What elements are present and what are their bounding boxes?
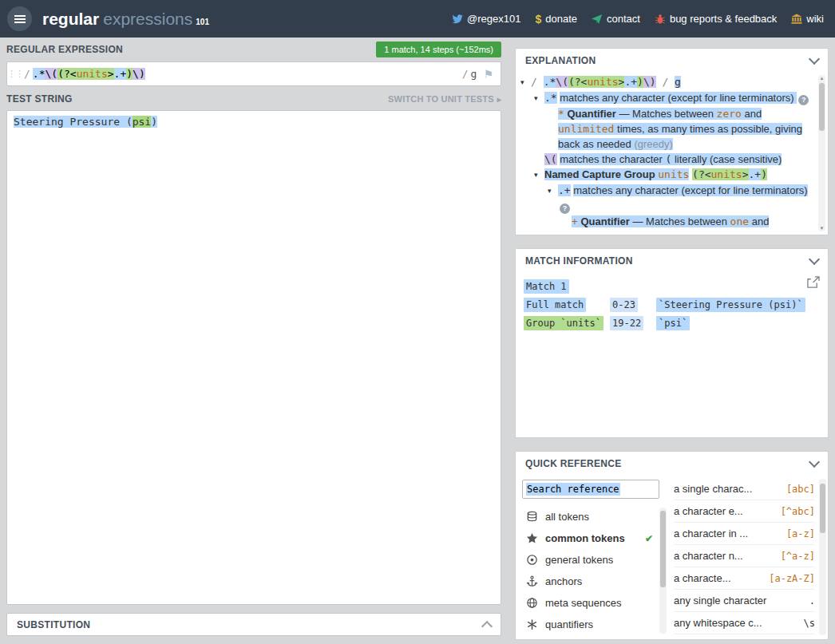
scrollbar-thumb[interactable] bbox=[820, 484, 825, 533]
match-chip: `psi` bbox=[656, 316, 690, 330]
drag-handle-icon[interactable]: ⋮⋮ bbox=[7, 69, 22, 79]
help-icon[interactable]: ? bbox=[560, 203, 570, 214]
category-label: anchors bbox=[545, 575, 582, 587]
nav-item-twitter[interactable]: @regex101 bbox=[452, 13, 520, 25]
category-label: meta sequences bbox=[545, 597, 621, 609]
stack-icon bbox=[525, 511, 538, 523]
match-chip: Group `units` bbox=[524, 316, 603, 330]
token: units bbox=[658, 168, 689, 180]
reference-token-row[interactable]: a character n...[^a-z] bbox=[674, 545, 815, 567]
match-row: Match 1 bbox=[524, 279, 820, 294]
nav-item-dollar[interactable]: $donate bbox=[535, 13, 577, 26]
regex-input[interactable]: ⋮⋮ / .*\((?<units>.+)\) / g ⚑ bbox=[6, 61, 501, 86]
token: .+ bbox=[749, 168, 762, 180]
scrollbar-thumb[interactable] bbox=[819, 83, 825, 131]
reference-token-row[interactable]: any whitespace c...\s bbox=[674, 612, 815, 634]
reference-token-row[interactable]: any single character. bbox=[674, 590, 815, 612]
nav-item-bank[interactable]: wiki bbox=[791, 13, 824, 25]
collapse-arrow-icon[interactable]: ▾ bbox=[520, 75, 531, 90]
chevron-up-icon[interactable] bbox=[481, 620, 493, 631]
scroll-up-icon[interactable]: ▲ bbox=[818, 76, 825, 81]
explanation-line: \( matches the character ( literally (ca… bbox=[516, 152, 815, 167]
match-row: Full match0-23`Steering Pressure (psi)` bbox=[524, 298, 820, 312]
token: g bbox=[675, 76, 681, 88]
nav-label: donate bbox=[545, 13, 577, 25]
category-label: common tokens bbox=[545, 532, 625, 544]
chevron-down-icon[interactable] bbox=[809, 53, 820, 65]
logo[interactable]: regular expressions 101 bbox=[42, 10, 209, 29]
token: + bbox=[572, 215, 578, 227]
menu-button[interactable] bbox=[7, 6, 32, 31]
substitution-bar[interactable]: SUBSTITUTION bbox=[6, 613, 501, 636]
token: .+ bbox=[624, 76, 637, 88]
reference-categories: all tokenscommon tokens✔general tokensan… bbox=[522, 506, 655, 635]
regex-pattern[interactable]: .*\((?<units>.+)\) bbox=[33, 68, 145, 80]
reference-token-row[interactable]: a character in ...[a-z] bbox=[674, 523, 815, 545]
explanation-header: EXPLANATION bbox=[516, 49, 828, 73]
nav-item-plane[interactable]: contact bbox=[592, 13, 640, 25]
category-label: quantifiers bbox=[545, 618, 593, 630]
switch-to-unit-tests-link[interactable]: SWITCH TO UNIT TESTS ▸ bbox=[388, 94, 501, 104]
flag-icon[interactable]: ⚑ bbox=[483, 68, 493, 81]
match-rows: Match 1Full match0-23`Steering Pressure … bbox=[516, 273, 828, 341]
chevron-down-icon[interactable] bbox=[809, 254, 820, 265]
category-meta-sequences[interactable]: meta sequences bbox=[522, 592, 655, 614]
explanation-line: * Quantifier — Matches between zero and … bbox=[516, 106, 815, 152]
category-all-tokens[interactable]: all tokens bbox=[522, 506, 655, 527]
token: \) bbox=[643, 76, 656, 88]
search-input[interactable]: Search reference bbox=[522, 480, 659, 499]
token: > bbox=[742, 168, 749, 180]
category-quantifiers[interactable]: quantifiers bbox=[522, 614, 655, 635]
token: and bbox=[749, 215, 769, 227]
collapse-arrow-icon[interactable]: ▾ bbox=[548, 184, 558, 199]
token-code: [a-z] bbox=[786, 528, 815, 539]
token: \( bbox=[556, 76, 568, 88]
category-anchors[interactable]: anchors bbox=[522, 571, 655, 592]
categories-scrollbar[interactable] bbox=[659, 508, 667, 634]
reference-token-row[interactable]: a single charac...[abc] bbox=[674, 478, 815, 500]
token-label: a character e... bbox=[674, 505, 776, 517]
chevron-down-icon[interactable] bbox=[809, 456, 820, 468]
target-icon bbox=[525, 554, 538, 566]
token: — Matches between bbox=[630, 215, 730, 227]
quick-reference-body: Search reference all tokenscommon tokens… bbox=[516, 476, 828, 638]
token: Steering Pressure ( bbox=[14, 116, 133, 128]
reference-tokens: a single charac...[abc]a character e...[… bbox=[674, 478, 815, 634]
match-cell-label: Group `units` bbox=[524, 316, 610, 330]
match-information-title: MATCH INFORMATION bbox=[525, 255, 633, 267]
test-string-area[interactable]: Steering Pressure (psi) bbox=[6, 110, 501, 605]
token: \( bbox=[544, 153, 557, 165]
scrollbar-thumb[interactable] bbox=[660, 511, 666, 587]
category-general-tokens[interactable]: general tokens bbox=[522, 549, 655, 571]
export-icon[interactable] bbox=[806, 276, 820, 291]
nav-item-bug[interactable]: bug reports & feedback bbox=[655, 13, 777, 25]
search-input-text: Search reference bbox=[526, 483, 620, 496]
token: ) bbox=[637, 76, 643, 88]
category-common-tokens[interactable]: common tokens✔ bbox=[522, 527, 655, 549]
token: and bbox=[742, 108, 762, 120]
category-label: all tokens bbox=[545, 511, 589, 523]
regex-flags[interactable]: g bbox=[471, 68, 477, 80]
explanation-scrollbar[interactable]: ▲ ▼ bbox=[818, 75, 825, 231]
collapse-arrow-icon[interactable]: ▾ bbox=[534, 91, 544, 106]
explanation-line: ▾Named Capture Group units (?<units>.+) bbox=[516, 167, 815, 183]
token: unlimited bbox=[558, 123, 614, 135]
explanation-line: ▾.* matches any character (except for li… bbox=[516, 90, 815, 106]
help-icon[interactable]: ? bbox=[798, 95, 809, 105]
bug-icon bbox=[655, 14, 666, 25]
nav-label: @regex101 bbox=[467, 13, 520, 25]
token: / bbox=[656, 76, 675, 88]
scroll-down-icon[interactable]: ▼ bbox=[818, 226, 825, 231]
token: ( bbox=[57, 68, 64, 80]
reference-token-row[interactable]: a characte...[a-zA-Z] bbox=[674, 567, 815, 590]
header: regular expressions 101 @regex101$donate… bbox=[0, 0, 835, 38]
token: ?< bbox=[64, 68, 77, 80]
token: units bbox=[77, 68, 108, 80]
token: — Matches between bbox=[616, 108, 717, 120]
check-icon: ✔ bbox=[645, 533, 653, 544]
token: zero bbox=[717, 108, 742, 120]
collapse-arrow-icon[interactable]: ▾ bbox=[534, 168, 544, 183]
match-steps-badge[interactable]: 1 match, 14 steps (~152ms) bbox=[376, 41, 501, 57]
tokens-scrollbar[interactable] bbox=[819, 479, 826, 635]
reference-token-row[interactable]: a character e...[^abc] bbox=[674, 500, 815, 523]
